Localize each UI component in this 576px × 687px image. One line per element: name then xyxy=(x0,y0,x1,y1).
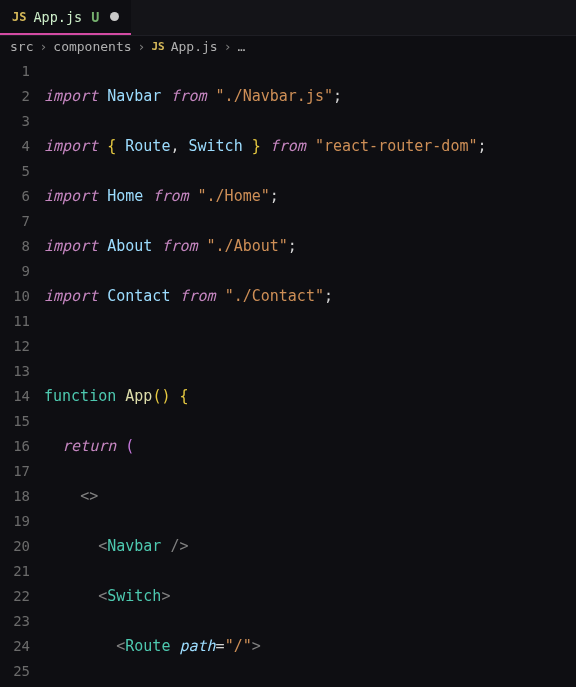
line-number: 25 xyxy=(0,659,30,684)
line-number: 12 xyxy=(0,334,30,359)
line-number: 17 xyxy=(0,459,30,484)
code-line xyxy=(44,334,487,359)
line-number: 20 xyxy=(0,534,30,559)
js-icon: JS xyxy=(151,40,164,53)
tab-app-js[interactable]: JS App.js U xyxy=(0,0,131,35)
line-number: 14 xyxy=(0,384,30,409)
line-number: 4 xyxy=(0,134,30,159)
tab-filename: App.js xyxy=(33,9,82,25)
line-number: 21 xyxy=(0,559,30,584)
tab-bar: JS App.js U xyxy=(0,0,576,36)
line-number: 22 xyxy=(0,584,30,609)
breadcrumb[interactable]: src › components › JS App.js › … xyxy=(0,36,576,57)
breadcrumb-file[interactable]: App.js xyxy=(171,39,218,54)
code-line: <Route path="/"> xyxy=(44,634,487,659)
line-number: 6 xyxy=(0,184,30,209)
line-number: 19 xyxy=(0,509,30,534)
code-line: <> xyxy=(44,484,487,509)
code-line: import Home from "./Home"; xyxy=(44,184,487,209)
line-number: 15 xyxy=(0,409,30,434)
line-number: 2 xyxy=(0,84,30,109)
code-line: import Navbar from "./Navbar.js"; xyxy=(44,84,487,109)
chevron-right-icon: › xyxy=(138,39,146,54)
breadcrumb-seg-src[interactable]: src xyxy=(10,39,33,54)
js-icon: JS xyxy=(12,10,26,24)
line-number: 1 xyxy=(0,59,30,84)
line-number: 23 xyxy=(0,609,30,634)
breadcrumb-more[interactable]: … xyxy=(237,39,245,54)
line-number-gutter: 1 2 3 4 5 6 7 8 9 10 11 12 13 14 15 16 1… xyxy=(0,57,44,687)
code-content[interactable]: import Navbar from "./Navbar.js"; import… xyxy=(44,57,487,687)
code-line: <Switch> xyxy=(44,584,487,609)
unsaved-dot-icon xyxy=(110,12,119,21)
line-number: 11 xyxy=(0,309,30,334)
line-number: 16 xyxy=(0,434,30,459)
code-line: function App() { xyxy=(44,384,487,409)
tab-git-status: U xyxy=(91,9,99,25)
line-number: 3 xyxy=(0,109,30,134)
line-number: 13 xyxy=(0,359,30,384)
code-line: <Navbar /> xyxy=(44,534,487,559)
breadcrumb-seg-components[interactable]: components xyxy=(53,39,131,54)
line-number: 10 xyxy=(0,284,30,309)
chevron-right-icon: › xyxy=(39,39,47,54)
code-editor[interactable]: 1 2 3 4 5 6 7 8 9 10 11 12 13 14 15 16 1… xyxy=(0,57,576,687)
chevron-right-icon: › xyxy=(224,39,232,54)
line-number: 8 xyxy=(0,234,30,259)
line-number: 9 xyxy=(0,259,30,284)
line-number: 24 xyxy=(0,634,30,659)
line-number: 7 xyxy=(0,209,30,234)
line-number: 5 xyxy=(0,159,30,184)
code-line: import About from "./About"; xyxy=(44,234,487,259)
line-number: 18 xyxy=(0,484,30,509)
code-line: return ( xyxy=(44,434,487,459)
code-line: import Contact from "./Contact"; xyxy=(44,284,487,309)
code-line: import { Route, Switch } from "react-rou… xyxy=(44,134,487,159)
